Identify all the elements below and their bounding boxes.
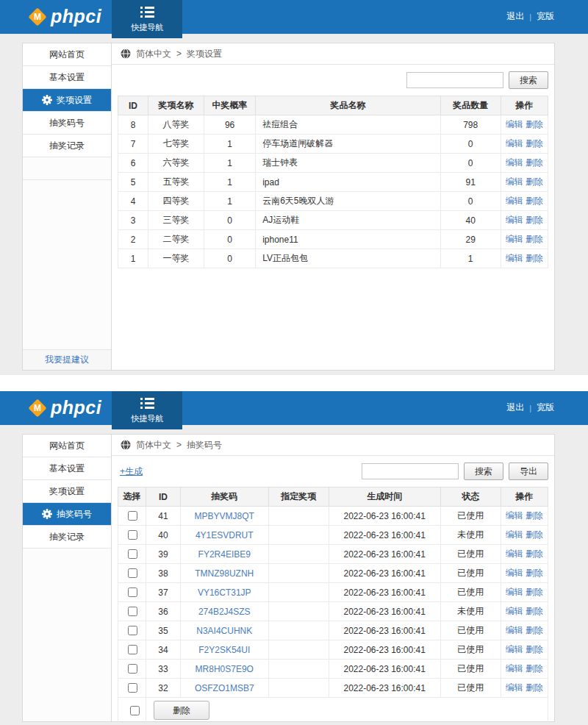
code-link[interactable]: N3AI4CUHNK <box>196 626 252 636</box>
row-checkbox[interactable] <box>128 549 137 559</box>
delete-link[interactable]: 删除 <box>526 234 543 244</box>
edit-link[interactable]: 编辑 <box>506 549 523 559</box>
edit-link[interactable]: 编辑 <box>506 138 523 149</box>
edit-link[interactable]: 编辑 <box>506 234 523 244</box>
delete-link[interactable]: 删除 <box>526 549 543 559</box>
code-link[interactable]: 4Y1ESVDRUT <box>196 530 254 540</box>
row-checkbox[interactable] <box>128 683 137 693</box>
sidebar-item-draw-records[interactable]: 抽奖记录 <box>23 526 111 549</box>
sidebar-item-home[interactable]: 网站首页 <box>23 435 111 457</box>
delete-link[interactable]: 删除 <box>526 606 543 616</box>
edit-link[interactable]: 编辑 <box>506 568 523 578</box>
row-checkbox[interactable] <box>128 511 137 521</box>
delete-link[interactable]: 删除 <box>526 663 543 674</box>
table-row: 7 七等奖 1 停车场道闸破解器 0 编辑 删除 <box>118 135 548 154</box>
sidebar-item-home[interactable]: 网站首页 <box>23 43 111 66</box>
delete-link[interactable]: 删除 <box>526 587 543 597</box>
sidebar-item-code-numbers[interactable]: 抽奖码号 <box>23 112 111 135</box>
sidebar: 网站首页 基本设置 奖项设置 抽奖码号 抽奖记录 <box>22 434 112 722</box>
edit-link[interactable]: 编辑 <box>506 606 523 616</box>
row-checkbox[interactable] <box>128 530 137 540</box>
row-checkbox[interactable] <box>128 588 137 597</box>
delete-link[interactable]: 删除 <box>526 253 543 263</box>
sidebar-item-draw-records[interactable]: 抽奖记录 <box>23 135 111 157</box>
edit-link[interactable]: 编辑 <box>506 682 523 693</box>
cell-code[interactable]: 4Y1ESVDRUT <box>180 526 268 545</box>
delete-link[interactable]: 删除 <box>526 529 543 540</box>
cell-code[interactable]: FY2R4EIBE9 <box>180 545 268 564</box>
logout-link[interactable]: 退出 <box>506 10 524 23</box>
edit-link[interactable]: 编辑 <box>506 644 523 654</box>
edit-link[interactable]: 编辑 <box>506 587 523 597</box>
code-link[interactable]: MPBYVMJ8QT <box>195 511 254 521</box>
cell-time: 2022-06-23 16:00:41 <box>329 583 440 602</box>
logout-link[interactable]: 退出 <box>506 401 524 414</box>
delete-link[interactable]: 删除 <box>526 119 543 129</box>
delete-link[interactable]: 删除 <box>526 625 543 635</box>
code-link[interactable]: 274B2J4SZS <box>198 607 251 617</box>
edit-link[interactable]: 编辑 <box>506 215 523 225</box>
search-input[interactable] <box>362 463 459 479</box>
edit-link[interactable]: 编辑 <box>506 119 523 129</box>
sidebar-item-basic-settings[interactable]: 基本设置 <box>23 66 111 89</box>
code-link[interactable]: VY16CT31JP <box>198 588 251 598</box>
cell-code[interactable]: N3AI4CUHNK <box>180 621 268 640</box>
delete-link[interactable]: 删除 <box>526 176 543 187</box>
code-link[interactable]: MR8H0S7E9O <box>196 664 254 674</box>
cell-code[interactable]: TMNZ98UZNH <box>180 564 268 583</box>
edit-link[interactable]: 编辑 <box>506 625 523 635</box>
cell-code[interactable]: OSFZO1MSB7 <box>180 679 268 698</box>
sidebar-item-prize-settings[interactable]: 奖项设置 <box>23 480 111 503</box>
batch-delete-button[interactable]: 删除 <box>154 701 209 720</box>
sidebar-item-prize-settings[interactable]: 奖项设置 <box>23 89 111 112</box>
suggestion-link[interactable]: 我要提建议 <box>23 349 111 370</box>
row-checkbox[interactable] <box>128 568 137 578</box>
row-checkbox[interactable] <box>128 607 137 616</box>
row-checkbox[interactable] <box>128 645 137 654</box>
edit-link[interactable]: 编辑 <box>506 663 523 674</box>
sidebar-item-label: 奖项设置 <box>57 89 92 111</box>
edit-link[interactable]: 编辑 <box>506 529 523 540</box>
search-input[interactable] <box>406 72 503 88</box>
edit-link[interactable]: 编辑 <box>506 253 523 263</box>
breadcrumb-lang[interactable]: 简体中文 <box>136 439 171 451</box>
delete-link[interactable]: 删除 <box>526 682 543 693</box>
search-button[interactable]: 搜索 <box>464 463 503 480</box>
wide-mode-link[interactable]: 宽版 <box>537 401 554 414</box>
row-checkbox[interactable] <box>128 664 137 674</box>
cell-code[interactable]: MPBYVMJ8QT <box>180 507 268 526</box>
cell-code[interactable]: 274B2J4SZS <box>180 602 268 621</box>
sidebar-item-code-numbers[interactable]: 抽奖码号 <box>23 503 111 526</box>
search-button[interactable]: 搜索 <box>509 71 548 89</box>
delete-link[interactable]: 删除 <box>526 196 543 206</box>
sidebar-item-basic-settings[interactable]: 基本设置 <box>23 457 111 480</box>
delete-link[interactable]: 删除 <box>526 138 543 149</box>
row-checkbox[interactable] <box>128 626 137 635</box>
edit-link[interactable]: 编辑 <box>506 510 523 521</box>
breadcrumb-lang[interactable]: 简体中文 <box>136 48 171 60</box>
generate-link[interactable]: +生成 <box>118 465 143 478</box>
edit-link[interactable]: 编辑 <box>506 176 523 187</box>
logo[interactable]: M phpci <box>31 6 101 27</box>
cell-id: 2 <box>118 230 148 249</box>
code-link[interactable]: F2Y2SK54UI <box>198 645 250 655</box>
cell-code[interactable]: F2Y2SK54UI <box>180 640 268 660</box>
quick-nav-button[interactable]: 快捷导航 <box>112 391 182 429</box>
cell-code[interactable]: VY16CT31JP <box>180 583 268 602</box>
quick-nav-button[interactable]: 快捷导航 <box>112 0 182 38</box>
delete-link[interactable]: 删除 <box>526 644 543 654</box>
select-all-checkbox[interactable] <box>130 706 140 715</box>
code-link[interactable]: TMNZ98UZNH <box>195 568 254 579</box>
delete-link[interactable]: 删除 <box>526 215 543 225</box>
code-link[interactable]: OSFZO1MSB7 <box>195 683 254 693</box>
wide-mode-link[interactable]: 宽版 <box>537 10 554 23</box>
edit-link[interactable]: 编辑 <box>506 157 523 168</box>
delete-link[interactable]: 删除 <box>526 568 543 578</box>
export-button[interactable]: 导出 <box>509 463 548 480</box>
delete-link[interactable]: 删除 <box>526 510 543 521</box>
code-link[interactable]: FY2R4EIBE9 <box>198 549 251 560</box>
edit-link[interactable]: 编辑 <box>506 196 523 206</box>
logo[interactable]: M phpci <box>31 397 101 418</box>
cell-code[interactable]: MR8H0S7E9O <box>180 660 268 679</box>
delete-link[interactable]: 删除 <box>526 157 543 168</box>
